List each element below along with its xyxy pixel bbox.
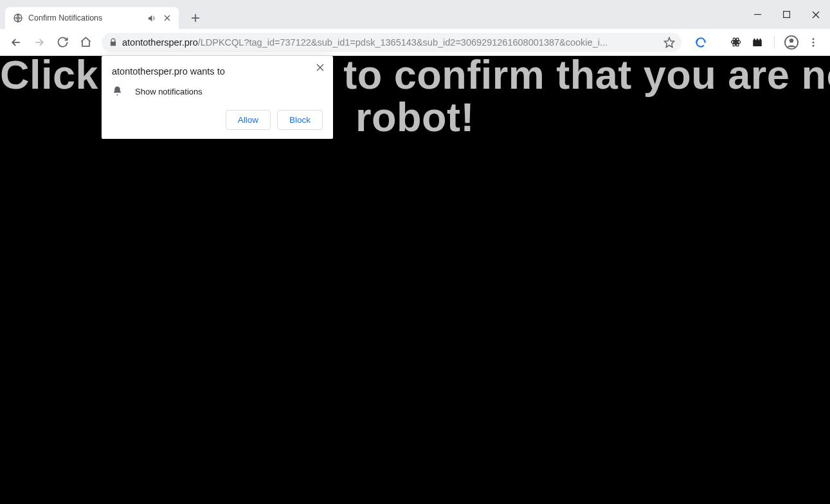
menu-dots-icon[interactable] <box>804 33 822 51</box>
svg-point-16 <box>813 38 815 40</box>
lock-icon[interactable] <box>108 37 118 48</box>
new-tab-button[interactable] <box>186 9 204 27</box>
bell-icon <box>112 86 123 97</box>
forward-button[interactable] <box>28 32 50 53</box>
tab-close-icon[interactable] <box>162 13 172 23</box>
tab-mute-icon[interactable] <box>147 13 157 23</box>
url-text: atontothersper.pro/LDPKCQL?tag_id=737122… <box>122 37 657 48</box>
window-controls <box>743 0 830 29</box>
window-close-button[interactable] <box>801 4 830 26</box>
popup-title: atontothersper.pro wants to <box>112 66 323 76</box>
extension-atom-icon[interactable] <box>726 33 744 51</box>
popup-body-text: Show notifications <box>135 87 203 96</box>
url-path: /LDPKCQL?tag_id=737122&sub_id1=pdsk_1365… <box>198 37 608 48</box>
tab-strip: Confirm Notifications <box>0 5 830 29</box>
svg-point-17 <box>813 41 815 43</box>
svg-rect-1 <box>784 12 790 18</box>
allow-button[interactable]: Allow <box>226 110 271 130</box>
popup-close-button[interactable] <box>314 61 327 74</box>
svg-marker-9 <box>665 37 674 47</box>
titlebar <box>0 0 830 5</box>
back-button[interactable] <box>5 32 27 53</box>
reload-button[interactable] <box>51 32 73 53</box>
window-minimize-button[interactable] <box>743 4 772 26</box>
bookmark-star-icon[interactable] <box>661 34 678 51</box>
toolbar: atontothersper.pro/LDPKCQL?tag_id=737122… <box>0 29 830 56</box>
svg-point-18 <box>813 44 815 46</box>
extension-clapper-icon[interactable] <box>748 33 766 51</box>
profile-avatar-icon[interactable] <box>782 33 800 51</box>
url-host: atontothersper.pro <box>122 37 198 48</box>
notification-permission-popup: atontothersper.pro wants to Show notific… <box>102 56 333 139</box>
address-bar[interactable]: atontothersper.pro/LDPKCQL?tag_id=737122… <box>102 33 681 52</box>
extensions-area <box>687 33 825 51</box>
window-maximize-button[interactable] <box>772 4 801 26</box>
svg-point-15 <box>789 39 793 42</box>
home-button[interactable] <box>75 32 96 53</box>
block-button[interactable]: Block <box>277 110 323 130</box>
svg-point-10 <box>734 41 736 43</box>
extension-refresh-icon[interactable] <box>692 33 710 51</box>
browser-tab[interactable]: Confirm Notifications <box>5 7 179 29</box>
tab-title: Confirm Notifications <box>28 14 147 22</box>
globe-icon <box>13 13 23 23</box>
toolbar-divider <box>774 36 775 49</box>
